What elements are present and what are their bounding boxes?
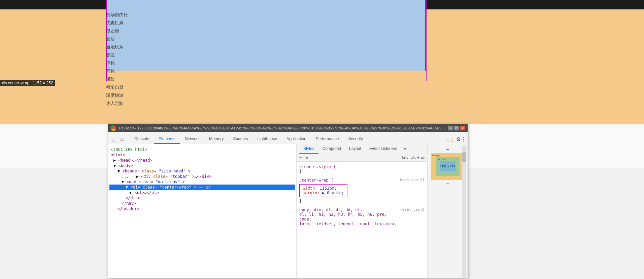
styles-filter-input[interactable] [299, 155, 399, 160]
nav-attr: class= [139, 180, 153, 184]
css-selector-element: element.style { [299, 164, 425, 169]
styles-panel: Styles Computed Layout Event Listeners »… [297, 144, 427, 278]
tab-network[interactable]: Network [180, 134, 204, 144]
minimize-button[interactable]: ─ [448, 126, 453, 130]
nav-attr-val: "main-nav" [156, 180, 180, 184]
css-selector-centerwrap: .center-wrap { base.css:21 [299, 178, 425, 183]
subtab-event-listeners[interactable]: Event Listeners [365, 144, 401, 154]
nav-close-tag: </nav> [122, 201, 136, 206]
body-triangle: ▼ [113, 163, 118, 168]
devtools-titlebar: DevTools - 127.0.0.1:8848/1%20%E7%AD%94%… [108, 124, 468, 132]
nav-open: <nav [126, 180, 138, 184]
dom-line-head[interactable]: ▶ <head>…</head> [109, 158, 295, 163]
maximize-button[interactable]: □ [454, 126, 459, 130]
scrollbar-thumb[interactable] [462, 152, 466, 162]
css-reset-line3: form, fieldset, legend, input, textarea, [299, 222, 400, 226]
chrome-icon [111, 125, 116, 131]
filter-toggle-btn[interactable]: ▭ [421, 155, 425, 160]
subtabs-more-icon[interactable]: » [402, 144, 408, 154]
box-model-content: 1152 × 252 [440, 161, 455, 171]
dom-line-doctype[interactable]: <!DOCTYPE html> [109, 147, 295, 152]
filter-add-btn[interactable]: + [417, 155, 419, 160]
scrollbar[interactable] [462, 146, 466, 277]
styles-subtabs: Styles Computed Layout Event Listeners » [297, 144, 427, 154]
tab-application[interactable]: Application [282, 134, 311, 144]
css-prop-width: width: 1152px; [303, 186, 344, 191]
doctype-text: <!DOCTYPE html> [111, 147, 147, 152]
dom-line-html[interactable]: <html> [109, 152, 295, 158]
header-open: <header [122, 169, 142, 173]
mobile-icon-button[interactable]: ▭ [119, 136, 126, 143]
css-rule-reset: body, div, dl, dt, dd, ul, ol, li, h1, h… [299, 207, 425, 226]
sidebar-item-stop[interactable]: 停轮 [106, 59, 146, 67]
tab-console[interactable]: Console [130, 134, 154, 144]
header-close-bracket: > [188, 169, 191, 173]
dom-line-nav-close[interactable]: </nav> [109, 201, 295, 206]
center-wrap-highlight [106, 0, 426, 71]
centerwrap-attr: class= [143, 185, 157, 190]
sidebar-item-group[interactable]: 跟团游 [106, 27, 146, 35]
subtab-computed[interactable]: Computed [318, 144, 345, 154]
tab-lighthouse[interactable]: Lighthouse [252, 134, 282, 144]
bm-dash-bottom: – [430, 181, 465, 186]
filter-cls-btn[interactable]: .cls [410, 155, 416, 160]
nav-triangle: ▼ [122, 180, 126, 184]
sidebar-item-hotel[interactable]: 酒店 [106, 35, 146, 43]
sidebar-item-local[interactable]: 当地玩乐 [106, 43, 146, 51]
sidebar-item-airport[interactable]: 机场自由行 [106, 11, 146, 18]
tab-sources[interactable]: Sources [228, 134, 252, 144]
devtools-body: <!DOCTYPE html> <html> ▶ <head>…</head> … [108, 144, 468, 278]
close-button[interactable]: ✕ [460, 126, 465, 130]
magenta-line-right [426, 0, 427, 81]
bm-padding-label: padding [437, 158, 447, 161]
more-options-icon[interactable]: ⋮ [461, 136, 468, 144]
div-close-tag: </div> [126, 196, 140, 200]
sidebar-item-insurance[interactable]: 保险 [106, 76, 146, 83]
box-model-margin: margin padding 1152 × 252 [431, 153, 465, 180]
dom-line-header-close[interactable]: </header> [109, 206, 295, 211]
dom-line-body[interactable]: ▼ <body> [109, 163, 295, 168]
warn-badge: ⚠ 2 [446, 138, 456, 144]
centerwrap-triangle: ▼ [126, 185, 130, 190]
bm-size: 1152 × 252 [440, 165, 455, 168]
css-reset-selectors: body, div, dl, dt, dd, ul, ol, li, h1, h… [299, 207, 400, 226]
css-prop-margin: margin: ▶ 0 auto; [303, 191, 344, 195]
tab-performance[interactable]: Performance [311, 134, 344, 144]
dom-line-topbar[interactable]: ... ▶ <div class= "topbar" >…</div> [109, 174, 295, 179]
subtab-styles[interactable]: Styles [299, 144, 318, 154]
header-triangle: ▼ [117, 169, 122, 173]
element-size: 1152 × 252 [33, 81, 53, 85]
dom-line-div-close[interactable]: </div> [109, 195, 295, 201]
website-preview: 目的地 攻略 社区▾ 行程助手 商城◆ 酒店·民宿◆ 特价酒店 机场自由行 优惠… [0, 0, 644, 124]
sidebar-item-deep[interactable]: 深度旅游 [106, 92, 146, 99]
css-close-centerwrap: } [299, 199, 425, 203]
subtab-layout[interactable]: Layout [345, 144, 365, 154]
cursor-icon-button[interactable]: ⬚ [111, 136, 117, 143]
sidebar-item-ticket[interactable]: 优惠机票 [106, 19, 146, 27]
centerwrap-end: > == [194, 185, 206, 190]
sidebar-nav: 机场自由行 优惠机票 跟团游 酒店 当地玩乐 签证 停轮 可轮 保险 租车自驾 … [106, 9, 146, 109]
warn-icon: ⚠ [446, 138, 450, 143]
css-reset-line1: body, div, dl, dt, dd, ul, [299, 207, 400, 212]
dom-line-header[interactable]: ▼ <header class= "site-head" > [109, 168, 295, 174]
sidebar-item-car[interactable]: 租车自驾 [106, 84, 146, 91]
tab-security[interactable]: Security [344, 134, 368, 144]
dom-line-ul[interactable]: ▶ <ul>…</ul> [109, 190, 295, 195]
sidebar-item-custom[interactable]: 达人定制 [106, 100, 146, 107]
header-attr-val: "site-head" [159, 169, 185, 173]
bm-dash-top: – [430, 147, 465, 152]
tab-elements[interactable]: Elements [154, 134, 180, 144]
styles-filter-bar: :hov .cls + ▭ [297, 154, 427, 162]
dom-panel[interactable]: <!DOCTYPE html> <html> ▶ <head>…</head> … [108, 144, 297, 278]
sidebar-item-visa[interactable]: 签证 [106, 51, 146, 59]
sidebar-item-wheel[interactable]: 可轮 [106, 68, 146, 75]
filter-pseudo-btn[interactable]: :hov [401, 155, 408, 160]
centerwrap-attr-val: "center-wrap" [160, 185, 191, 190]
settings-icon[interactable]: ⚙ [456, 136, 461, 144]
centerwrap-open: <div [130, 185, 142, 190]
dom-line-nav[interactable]: ▼ <nav class= "main-nav" > [109, 179, 295, 185]
css-rule-element: element.style { } [299, 164, 425, 174]
dom-line-centerwrap[interactable]: ▼ <div class= "center-wrap" > == $0 [109, 185, 295, 190]
tab-memory[interactable]: Memory [204, 134, 228, 144]
body-tag: <body> [118, 163, 133, 168]
